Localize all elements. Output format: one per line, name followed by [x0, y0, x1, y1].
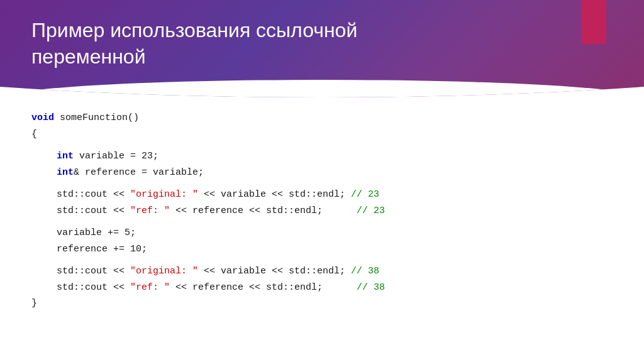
spacer-4	[31, 257, 613, 263]
string-3: "original: "	[130, 266, 198, 277]
code-line-5: std::cout << "original: " << variable <<…	[31, 187, 613, 203]
code-line-8: reference += 10;	[31, 241, 613, 258]
slide-title: Пример использования ссылочной переменно…	[31, 18, 472, 70]
spacer-2	[31, 180, 613, 187]
slide-header: Пример использования ссылочной переменно…	[0, 0, 644, 97]
code-line-11: }	[31, 295, 613, 312]
keyword-void: void	[31, 112, 54, 123]
comment-3: // 38	[351, 266, 379, 277]
code-line-6: std::cout << "ref: " << reference << std…	[31, 203, 613, 219]
code-line-1: void someFunction()	[31, 110, 613, 126]
spacer-1	[31, 142, 613, 148]
keyword-int-2: int	[57, 167, 74, 178]
slide: Пример использования ссылочной переменно…	[0, 0, 644, 362]
keyword-int-1: int	[57, 151, 74, 162]
code-line-2: {	[31, 126, 613, 143]
comment-2: // 23	[357, 206, 385, 216]
string-1: "original: "	[130, 189, 198, 200]
code-line-9: std::cout << "original: " << variable <<…	[31, 263, 613, 280]
code-line-10: std::cout << "ref: " << reference << std…	[31, 280, 613, 296]
code-line-3: int variable = 23;	[31, 148, 613, 165]
code-block: void someFunction() { int variable = 23;…	[0, 97, 644, 362]
code-line-7: variable += 5;	[31, 225, 613, 241]
spacer-3	[31, 219, 613, 225]
comment-4: // 38	[357, 282, 385, 293]
accent-rectangle	[581, 0, 606, 44]
code-line-4: int& reference = variable;	[31, 165, 613, 181]
string-2: "ref: "	[130, 206, 170, 216]
comment-1: // 23	[351, 189, 379, 200]
string-4: "ref: "	[130, 282, 170, 293]
